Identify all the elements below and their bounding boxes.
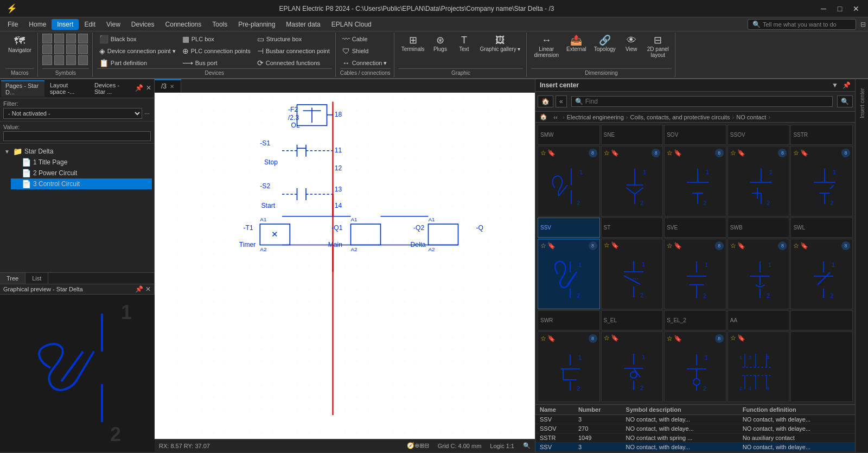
- tab-tree[interactable]: Tree: [0, 273, 25, 284]
- filter-dots[interactable]: ···: [143, 109, 151, 118]
- canvas-area[interactable]: -F2 /2.3 OL 18 -S1 Stop: [155, 93, 535, 439]
- value-input[interactable]: [3, 131, 151, 141]
- topology-button[interactable]: 🔗 Topology: [591, 34, 618, 54]
- symbol-cell-aa[interactable]: ☆ 🔖 1 3 5: [727, 331, 790, 402]
- zoom-icon[interactable]: 🔍: [523, 442, 531, 449]
- insert-home-btn[interactable]: 🏠: [538, 95, 553, 107]
- symbol-btn-3[interactable]: [66, 34, 76, 43]
- symbol-cell-swb[interactable]: ☆ 🔖 8 1 2: [727, 239, 790, 309]
- tab-layout-space[interactable]: Layout space -...: [46, 81, 89, 96]
- symbol-cell-swr[interactable]: ☆ 🔖 8 1 2: [538, 331, 600, 402]
- preview-pin-icon[interactable]: 📌: [135, 285, 143, 293]
- tree-item-controlcircuit[interactable]: 📄 3 Control Circuit: [11, 178, 152, 189]
- structure-box-button[interactable]: ▭ Structure box: [255, 34, 332, 44]
- symbol-btn-10[interactable]: [54, 55, 64, 65]
- panel-close-icon[interactable]: ✕: [144, 84, 153, 93]
- connected-functions-button[interactable]: ⟳ Connected functions: [255, 58, 332, 68]
- insert-collapse-icon[interactable]: ▼: [832, 81, 838, 89]
- insert-pin-icon[interactable]: 📌: [843, 81, 851, 89]
- ribbon-search[interactable]: 🔍 Tell me what you want to do: [748, 19, 856, 30]
- insert-search-btn[interactable]: 🔍: [837, 95, 853, 107]
- breadcrumb-coils[interactable]: Coils, contacts, and protective circuits: [630, 114, 730, 120]
- part-definition-button[interactable]: 📋 Part definition: [97, 58, 178, 68]
- filter-select[interactable]: - Not activated -: [3, 108, 142, 119]
- insert-back-btn[interactable]: «: [556, 95, 567, 107]
- external-button[interactable]: 📤 External: [564, 34, 589, 54]
- symbol-btn-8[interactable]: [78, 44, 88, 54]
- panel-pin-icon[interactable]: 📌: [135, 84, 143, 93]
- tab-list[interactable]: List: [25, 273, 48, 284]
- symbol-btn-1[interactable]: [42, 34, 52, 43]
- symbol-btn-12[interactable]: [78, 55, 88, 65]
- menu-masterdata[interactable]: Master data: [280, 19, 326, 30]
- menu-tools[interactable]: Tools: [207, 19, 233, 30]
- search-input[interactable]: [585, 98, 829, 105]
- symbol-cell-ssv[interactable]: ☆ 🔖 8 1 2: [538, 239, 600, 309]
- menu-file[interactable]: File: [2, 19, 23, 30]
- symbol-cell-st[interactable]: ☆ 🔖 1 2: [601, 239, 663, 309]
- table-row-ssov[interactable]: SSOV 270 NO contact, with delaye... NO c…: [535, 424, 855, 433]
- symbol-btn-5[interactable]: [42, 44, 52, 54]
- menu-connections[interactable]: Connections: [160, 19, 207, 30]
- breadcrumb-no-contact[interactable]: NO contact: [736, 114, 766, 120]
- insert-center-label[interactable]: Insert center: [857, 81, 867, 125]
- terminals-button[interactable]: ⊞ Terminals: [399, 34, 427, 54]
- tab-devices[interactable]: Devices - Star ...: [90, 81, 133, 96]
- minimize-button[interactable]: ─: [816, 1, 831, 16]
- black-box-button[interactable]: ⬛ Black box: [97, 34, 178, 44]
- breadcrumb-elec-eng[interactable]: Electrical engineering: [567, 114, 624, 120]
- tree-root[interactable]: ▼ 📁 Star Delta: [2, 146, 152, 157]
- ribbon-toggle[interactable]: ⊟: [860, 21, 866, 28]
- symbol-cell-sne[interactable]: ☆ 🔖 8 1 2: [601, 146, 663, 216]
- view-button[interactable]: 👁 View: [621, 34, 642, 54]
- menu-insert[interactable]: Insert: [52, 19, 79, 30]
- breadcrumb-back-btn[interactable]: ‹‹: [551, 114, 560, 120]
- connection-button[interactable]: ↔ Connection ▾: [340, 58, 390, 68]
- linear-dimension-button[interactable]: ↔ Lineardimension: [531, 34, 561, 60]
- plugs-button[interactable]: ⊛ Plugs: [429, 34, 451, 54]
- tab-pages-stardelta[interactable]: Pages - Star D...: [1, 80, 44, 97]
- grid-nav-icons[interactable]: 🧭⊕⊞⊟: [407, 442, 429, 449]
- tree-item-powercircuit[interactable]: 📄 2 Power Circuit: [11, 168, 152, 178]
- table-row-ssv2[interactable]: SSV 3 NO contact, with delay... NO conta…: [535, 443, 855, 452]
- cable-button[interactable]: 〰 Cable: [340, 34, 390, 44]
- preview-close-icon[interactable]: ✕: [145, 285, 151, 293]
- symbol-cell-sel[interactable]: ☆ 🔖 1 2: [601, 331, 663, 402]
- breadcrumb-home-btn[interactable]: 🏠: [539, 113, 548, 120]
- table-row-ssv1[interactable]: SSV 3 NO contact, with delay... NO conta…: [535, 415, 855, 424]
- menu-view[interactable]: View: [101, 19, 126, 30]
- doc-tab-3[interactable]: /3 ✕: [155, 79, 181, 92]
- maximize-button[interactable]: □: [832, 1, 847, 16]
- graphic-gallery-button[interactable]: 🖼 Graphic gallery ▾: [477, 34, 523, 54]
- symbol-btn-11[interactable]: [66, 55, 76, 65]
- symbol-cell-sov[interactable]: ☆ 🔖 8 1 2: [664, 146, 726, 216]
- symbol-btn-4[interactable]: [78, 34, 88, 43]
- busbar-conn-button[interactable]: ⊣ Busbar connection point: [255, 46, 332, 56]
- symbol-btn-9[interactable]: [42, 55, 52, 65]
- text-button[interactable]: T Text: [453, 34, 475, 54]
- menu-devices[interactable]: Devices: [126, 19, 160, 30]
- menu-home[interactable]: Home: [23, 19, 52, 30]
- table-row-sstr[interactable]: SSTR 1049 NO contact with spring ... No …: [535, 433, 855, 443]
- doc-tab-close[interactable]: ✕: [170, 84, 174, 90]
- symbol-cell-smw[interactable]: ☆ 🔖 8 1 2: [538, 146, 600, 216]
- symbol-cell-sel2[interactable]: ☆ 🔖 8 1 2: [664, 331, 726, 402]
- menu-edit[interactable]: Edit: [79, 19, 101, 30]
- plc-conn-points-button[interactable]: ⊕ PLC connection points: [180, 46, 253, 56]
- menu-eplancloud[interactable]: EPLAN Cloud: [326, 19, 377, 30]
- symbol-btn-6[interactable]: [54, 44, 64, 54]
- symbol-btn-2[interactable]: [54, 34, 64, 43]
- plc-box-button[interactable]: ▦ PLC box: [180, 34, 253, 44]
- device-connection-point-button[interactable]: ◈ Device connection point ▾: [97, 46, 178, 56]
- symbol-cell-sve[interactable]: ☆ 🔖 8 1 2: [664, 239, 726, 309]
- insert-search-box[interactable]: 🔍: [571, 96, 833, 107]
- symbol-btn-7[interactable]: [66, 44, 76, 54]
- tree-item-titlepage[interactable]: 📄 1 Title Page: [11, 157, 152, 168]
- bus-port-button[interactable]: ⟶ Bus port: [180, 58, 253, 68]
- navigator-button[interactable]: 🗺 Navigator: [5, 34, 34, 55]
- symbol-cell-sstr[interactable]: ☆ 🔖 8 1 2: [790, 146, 853, 216]
- close-button[interactable]: ✕: [848, 1, 864, 16]
- symbol-cell-ssov[interactable]: ☆ 🔖 8 1 2: [727, 146, 790, 216]
- menu-preplanning[interactable]: Pre-planning: [233, 19, 280, 30]
- shield-button[interactable]: 🛡 Shield: [340, 46, 390, 56]
